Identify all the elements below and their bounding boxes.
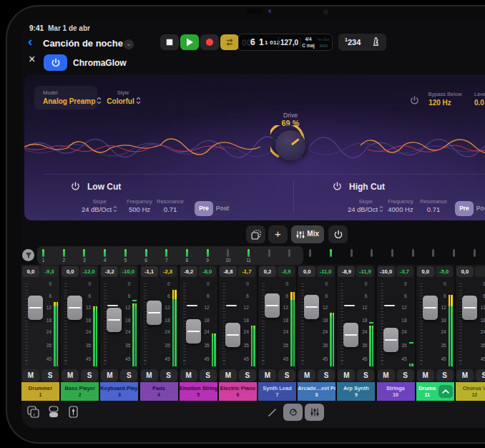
solo-button[interactable]: S <box>160 369 177 381</box>
pencil-icon[interactable] <box>268 407 278 417</box>
track-name-bar[interactable]: Strings 10 <box>377 382 415 401</box>
track-stack-collapse-button[interactable] <box>439 385 453 398</box>
loop-browser-icon[interactable]: ♪ <box>27 406 39 418</box>
peak-readout[interactable]: -3,7 <box>396 266 413 277</box>
track-name-bar[interactable]: Electric Piano 6 <box>219 382 257 401</box>
volume-readout[interactable]: -8,9 <box>338 266 355 277</box>
low-cut-pre-post[interactable]: Pre Post <box>195 201 232 216</box>
peak-readout[interactable]: -2,3 <box>160 266 177 277</box>
solo-button[interactable]: S <box>397 369 414 381</box>
filter-button[interactable] <box>22 249 34 261</box>
track-name-bar[interactable]: Drummer 1 <box>21 382 59 401</box>
peak-readout[interactable]: -11,9 <box>356 266 373 277</box>
fader-handle[interactable] <box>107 308 122 332</box>
solo-button[interactable]: S <box>41 369 59 381</box>
plugin-power-button[interactable] <box>44 54 67 71</box>
peak-readout[interactable]: -11,0 <box>317 266 334 277</box>
volume-readout[interactable]: -3,2 <box>101 266 118 277</box>
mute-button[interactable]: M <box>220 369 237 381</box>
volume-readout[interactable]: 0,0 <box>62 266 79 277</box>
fader-handle[interactable] <box>265 293 280 318</box>
solo-button[interactable]: S <box>436 369 454 381</box>
solo-button[interactable]: S <box>476 369 485 381</box>
mute-button[interactable]: M <box>298 369 315 381</box>
peak-readout[interactable]: -12,0 <box>80 266 97 277</box>
track-name-bar[interactable]: Synth Lead 7 <box>258 382 296 401</box>
low-cut-resonance-value[interactable]: 0.71 <box>149 205 192 213</box>
count-in-control[interactable]: 1234 <box>338 34 386 51</box>
cycle-button[interactable] <box>220 34 239 50</box>
bypass-below-value[interactable]: 120 Hz <box>411 99 469 107</box>
volume-readout[interactable]: 0,0 <box>298 266 315 277</box>
lcd-display[interactable]: 00 6 1 1 012 127,0 4/4C maj In OutMIDI <box>238 34 333 51</box>
mixer-view-button[interactable] <box>305 404 324 421</box>
peak-readout[interactable]: -1,7 <box>238 266 255 277</box>
volume-readout[interactable]: -8,8 <box>220 266 237 277</box>
fader-handle[interactable] <box>225 323 240 347</box>
track-name-bar[interactable]: Drums 11 <box>416 382 454 401</box>
add-track-button[interactable]: + <box>268 225 288 243</box>
solo-button[interactable]: S <box>239 369 256 381</box>
solo-button[interactable]: S <box>318 369 335 381</box>
fader-handle[interactable] <box>343 323 358 347</box>
fader-handle[interactable] <box>383 328 398 352</box>
peak-readout[interactable]: -10,0 <box>119 266 137 277</box>
drive-knob[interactable] <box>270 125 310 165</box>
mute-button[interactable]: M <box>417 369 434 381</box>
track-name-bar[interactable]: Arp Synth 9 <box>337 382 375 401</box>
plugins-icon[interactable] <box>48 406 59 418</box>
peak-readout[interactable]: -5,0 <box>436 266 453 277</box>
fader-handle[interactable] <box>147 301 162 325</box>
volume-readout[interactable]: 0,2 <box>259 266 276 277</box>
fader-handle[interactable] <box>304 295 319 319</box>
high-cut-resonance-value[interactable]: 0.71 <box>412 205 455 213</box>
volume-readout[interactable]: -1,1 <box>141 266 158 277</box>
mute-button[interactable]: M <box>456 369 474 381</box>
mix-button[interactable]: Mix <box>291 225 324 243</box>
high-cut-pre[interactable]: Pre <box>455 201 474 216</box>
track-name-bar[interactable]: Pads 4 <box>140 382 178 401</box>
fader-handle[interactable] <box>186 319 201 344</box>
mute-button[interactable]: M <box>259 369 276 381</box>
model-value[interactable]: Analog Preamp <box>43 97 102 105</box>
mute-button[interactable]: M <box>180 369 197 381</box>
high-cut-post[interactable]: Post <box>474 201 485 216</box>
low-cut-power-icon[interactable] <box>71 182 80 191</box>
high-cut-pre-post[interactable]: Pre Post <box>455 201 485 216</box>
volume-readout[interactable]: 0,0 <box>456 266 474 277</box>
record-button[interactable] <box>200 34 219 50</box>
stop-button[interactable] <box>160 34 179 50</box>
style-selector[interactable]: Colorful <box>99 97 149 105</box>
solo-button[interactable]: S <box>81 369 98 381</box>
mute-button[interactable]: M <box>378 369 395 381</box>
song-title[interactable]: Canción de noche <box>43 38 123 49</box>
fader-handle[interactable] <box>67 296 82 320</box>
peak-readout[interactable]: -3,9 <box>278 266 295 277</box>
mute-button[interactable]: M <box>141 369 158 381</box>
peak-readout[interactable]: -8,0 <box>199 266 216 277</box>
solo-button[interactable]: S <box>357 369 374 381</box>
fader-handle[interactable] <box>462 296 477 320</box>
level-value[interactable]: 0.0 <box>474 99 484 107</box>
fader-handle[interactable] <box>423 296 438 320</box>
back-button[interactable]: ‹ <box>28 34 32 49</box>
channel-strip-icon[interactable] <box>69 406 78 418</box>
low-cut-pre[interactable]: Pre <box>195 201 213 216</box>
track-name-bar[interactable]: Chorus V 12 <box>456 382 485 401</box>
volume-readout[interactable]: -6,2 <box>180 266 197 277</box>
mixer-power-button[interactable] <box>328 225 348 243</box>
duplicate-button[interactable] <box>246 225 265 243</box>
track-name-bar[interactable]: Keyboard Player 3 <box>100 382 138 401</box>
track-name-bar[interactable]: Emotion Strings 5 <box>180 382 217 401</box>
controls-view-button[interactable] <box>283 404 303 421</box>
mute-button[interactable]: M <box>62 369 79 381</box>
low-cut-slope-value[interactable]: 24 dB/Oct <box>78 205 121 213</box>
song-menu-chevron-icon[interactable]: ⌄ <box>124 39 134 49</box>
solo-button[interactable]: S <box>200 369 217 381</box>
mute-button[interactable]: M <box>338 369 355 381</box>
track-name-bar[interactable]: Arcade…eet Pad 8 <box>298 382 335 401</box>
track-name-bar[interactable]: Bass Player 2 <box>61 382 99 401</box>
peak-readout[interactable] <box>475 266 485 277</box>
volume-readout[interactable]: -10,0 <box>378 266 395 277</box>
peak-readout[interactable]: -9,3 <box>41 266 58 277</box>
